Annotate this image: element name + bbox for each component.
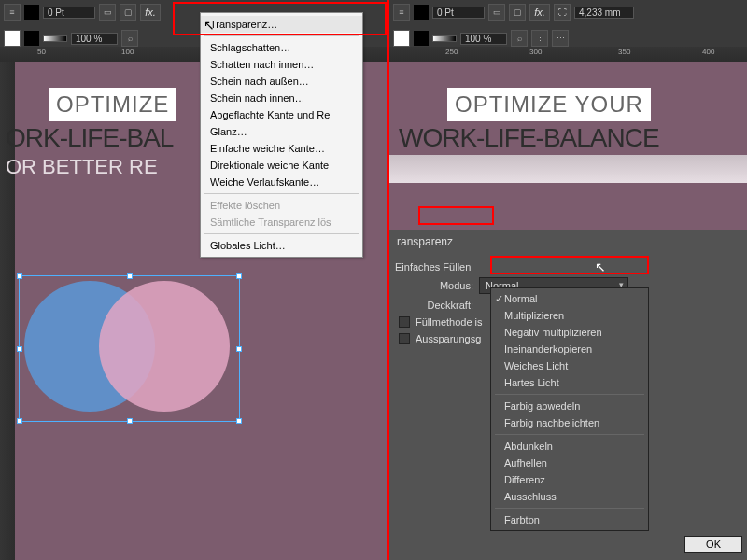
mode-colorburn[interactable]: Farbig nachbelichten <box>491 414 648 431</box>
fill-swatch[interactable] <box>393 30 410 47</box>
isolate-blend-label: Füllmethode is <box>416 316 483 328</box>
mode-darken[interactable]: Abdunkeln <box>491 438 648 455</box>
align-vert-icon[interactable]: ⋯ <box>552 30 569 47</box>
align-icon[interactable]: ≡ <box>4 4 21 21</box>
venn-group[interactable] <box>24 281 234 416</box>
knockout-label: Aussparungsg <box>416 333 481 344</box>
transparency-dialog: ransparenz Einfaches Füllen Modus: Norma… <box>389 230 747 560</box>
measure-field[interactable]: 4,233 mm <box>574 7 634 19</box>
mode-normal[interactable]: Normal <box>491 290 648 307</box>
stroke-swatch[interactable] <box>414 5 429 20</box>
fx-icon[interactable]: fx. <box>140 4 161 21</box>
frame-icon[interactable]: ▢ <box>120 4 136 21</box>
crop-icon[interactable]: ⛶ <box>554 4 571 21</box>
align-icon[interactable]: ≡ <box>393 4 410 21</box>
opacity-field[interactable]: 100 % <box>460 33 507 45</box>
mode-lighten[interactable]: Aufhellen <box>491 455 648 471</box>
secondary-swatch[interactable] <box>24 31 39 46</box>
mode-hue[interactable]: Farbton <box>491 511 648 528</box>
mode-softlight[interactable]: Weiches Licht <box>491 357 648 374</box>
text-line2b: WORK-LIFE-BALANCE <box>399 123 659 153</box>
mode-difference[interactable]: Differenz <box>491 471 648 488</box>
canvas-right[interactable]: OPTIMIZE YOUR WORK-LIFE-BALANCE ranspare… <box>389 62 747 560</box>
rect-icon[interactable]: ▭ <box>99 4 116 21</box>
selection-frame <box>19 275 240 422</box>
opacity-label: Deckkraft: <box>399 300 473 311</box>
fx-icon[interactable]: fx. <box>529 4 550 21</box>
text-line2: ORK-LIFE-BAL <box>6 123 173 153</box>
dialog-title: ransparenz <box>389 230 747 254</box>
stroke-swatch[interactable] <box>24 5 39 20</box>
menu-inner-glow[interactable]: Schein nach innen… <box>201 90 362 106</box>
stroke-weight[interactable]: 0 Pt <box>432 7 485 19</box>
gradient-bar[interactable] <box>432 35 457 42</box>
menu-satin[interactable]: Glanz… <box>201 123 362 140</box>
menu-gradient-feather[interactable]: Weiche Verlaufskante… <box>201 174 362 190</box>
text-line1: OPTIMIZE <box>56 91 169 118</box>
frame-icon[interactable]: ▢ <box>509 4 526 21</box>
opacity-field[interactable]: 100 % <box>71 33 118 45</box>
stroke-weight[interactable]: 0 Pt <box>43 7 95 19</box>
text-line3: OR BETTER RE <box>6 155 158 179</box>
distribute-icon[interactable]: ⋮ <box>531 30 548 47</box>
menu-outer-glow[interactable]: Schein nach außen… <box>201 73 362 90</box>
menu-inner-shadow[interactable]: Schatten nach innen… <box>201 56 362 73</box>
eyedrop-icon[interactable]: ⌕ <box>511 30 528 47</box>
toolbar-right: ≡ 0 Pt ▭ ▢ fx. ⛶ 4,233 mm 100 % ⌕ ⋮ ⋯ <box>389 0 747 47</box>
mode-exclusion[interactable]: Ausschluss <box>491 488 648 505</box>
eyedrop-icon[interactable]: ⌕ <box>121 30 138 47</box>
isolate-blend-checkbox[interactable] <box>399 316 410 328</box>
ok-button[interactable]: OK <box>684 536 742 553</box>
dialog-section: Einfaches Füllen <box>389 254 747 274</box>
mode-multiply[interactable]: Multiplizieren <box>491 307 648 324</box>
mode-hardlight[interactable]: Hartes Licht <box>491 374 648 391</box>
menu-directional-feather[interactable]: Direktionale weiche Kante <box>201 157 362 174</box>
menu-clear-effects: Effekte löschen <box>201 197 362 214</box>
menu-global-light[interactable]: Globales Licht… <box>201 237 362 254</box>
secondary-swatch[interactable] <box>414 31 429 46</box>
blend-mode-dropdown: Normal Multiplizieren Negativ multiplizi… <box>490 287 649 531</box>
gradient-bar[interactable] <box>43 35 67 42</box>
text-line1b: OPTIMIZE YOUR <box>455 91 643 118</box>
menu-clear-transparency: Sämtliche Transparenz lös <box>201 214 362 231</box>
menu-transparency[interactable]: Transparenz… <box>201 16 362 33</box>
mode-colordodge[interactable]: Farbig abwedeln <box>491 398 648 414</box>
fx-context-menu: Transparenz… Schlagschatten… Schatten na… <box>200 12 363 258</box>
ruler-horizontal: 250 300 350 400 <box>389 47 747 62</box>
blur-bar <box>389 155 747 183</box>
mode-label: Modus: <box>399 280 473 291</box>
rect-icon[interactable]: ▭ <box>488 4 505 21</box>
menu-drop-shadow[interactable]: Schlagschatten… <box>201 39 362 56</box>
mode-screen[interactable]: Negativ multiplizieren <box>491 324 648 341</box>
knockout-checkbox[interactable] <box>399 333 410 344</box>
mode-overlay[interactable]: Ineinanderkopieren <box>491 341 648 357</box>
menu-basic-feather[interactable]: Einfache weiche Kante… <box>201 140 362 157</box>
menu-bevel[interactable]: Abgeflachte Kante und Re <box>201 106 362 123</box>
fill-swatch[interactable] <box>4 30 21 47</box>
